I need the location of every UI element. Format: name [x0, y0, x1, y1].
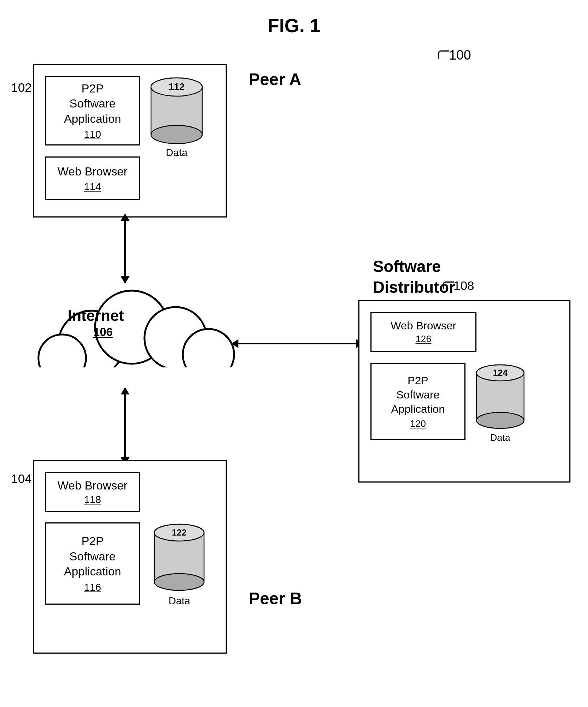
web-browser-114-ref: 114: [84, 181, 101, 193]
sd-ref: 108: [453, 279, 474, 293]
cylinder-124-svg: 124: [473, 363, 528, 431]
web-browser-118-ref: 118: [84, 494, 101, 506]
ref-100: 100: [449, 48, 471, 63]
cylinder-112-svg: 112: [147, 76, 206, 145]
cloud-ref: 106: [93, 325, 113, 339]
svg-point-19: [476, 412, 524, 428]
cloud-svg: [33, 271, 238, 395]
arrow-cloud-to-peer-b: [124, 393, 126, 459]
peer-a-label: Peer A: [249, 69, 301, 89]
cylinder-122-svg: 122: [151, 522, 208, 594]
web-browser-126-text: Web Browser: [391, 320, 456, 332]
web-browser-126-ref: 126: [415, 333, 431, 345]
arrow-cloud-to-sd: [237, 343, 358, 344]
p2p-app-110: P2PSoftwareApplication 110: [45, 76, 140, 145]
web-browser-114: Web Browser 114: [45, 156, 140, 200]
cylinder-124-label: Data: [473, 432, 528, 443]
p2p-app-116-ref: 116: [84, 582, 101, 593]
web-browser-114-text: Web Browser: [57, 164, 127, 179]
p2p-app-110-text: P2PSoftwareApplication: [64, 81, 121, 127]
peer-b-label: Peer B: [249, 589, 302, 608]
cylinder-122-container: 122 Data: [151, 522, 208, 607]
ref-102: 102: [11, 80, 32, 95]
svg-point-14: [154, 574, 204, 590]
sd-label: Software Distributor: [373, 256, 455, 298]
svg-point-2: [151, 125, 202, 144]
sd-box: Web Browser 126 P2PSoftwareApplication 1…: [358, 300, 570, 483]
p2p-app-120-text: P2PSoftwareApplication: [391, 373, 445, 416]
web-browser-118: Web Browser 118: [45, 472, 140, 512]
p2p-app-110-ref: 110: [84, 129, 101, 140]
cylinder-122-label: Data: [151, 595, 208, 607]
cylinder-112-label: Data: [147, 147, 206, 159]
cylinder-124-container: 124 Data: [473, 363, 528, 443]
svg-text:112: 112: [169, 81, 184, 92]
figure-title: FIG. 1: [268, 15, 320, 37]
web-browser-126: Web Browser 126: [370, 312, 476, 352]
svg-text:122: 122: [172, 528, 186, 537]
peer-b-box: Web Browser 118 P2PSoftwareApplication 1…: [33, 460, 227, 654]
peer-a-box: P2PSoftwareApplication 110 112 Data Web …: [33, 64, 227, 218]
cloud-container: [33, 271, 238, 395]
arrow-peer-a-to-cloud: [124, 219, 126, 278]
p2p-app-116-text: P2PSoftwareApplication: [64, 534, 121, 579]
cylinder-112-container: 112 Data: [147, 76, 206, 159]
svg-text:124: 124: [493, 368, 508, 378]
ref-104: 104: [11, 472, 32, 486]
web-browser-118-text: Web Browser: [57, 479, 127, 492]
cloud-label: Internet: [68, 307, 124, 325]
p2p-app-116: P2PSoftwareApplication 116: [45, 522, 140, 605]
p2p-app-120: P2PSoftwareApplication 120: [370, 363, 466, 440]
svg-rect-10: [37, 367, 234, 395]
p2p-app-120-ref: 120: [410, 418, 426, 430]
